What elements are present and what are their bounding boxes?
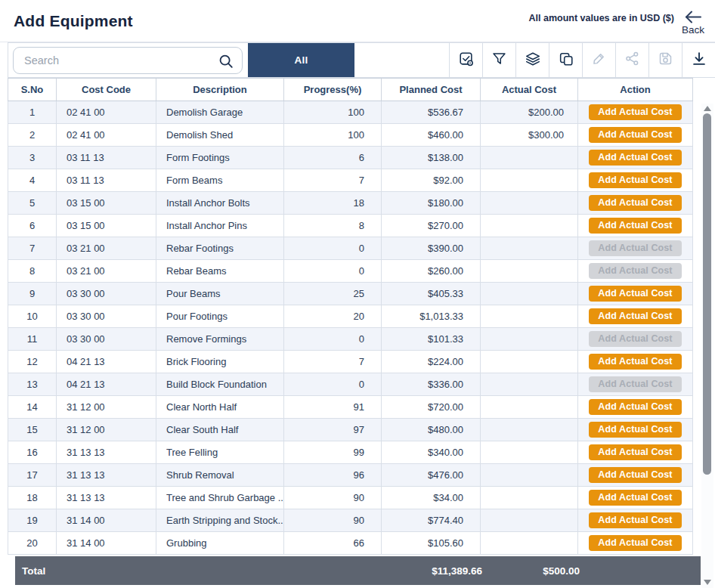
cell-planned-cost: $92.00	[382, 169, 481, 191]
table-row: 1431 12 00Clear North Half91$720.00Add A…	[8, 396, 693, 419]
cell-actual-cost: $300.00	[481, 124, 578, 146]
add-actual-cost-button[interactable]: Add Actual Cost	[589, 512, 681, 529]
table-row: 1531 12 00Clear South Half97$480.00Add A…	[8, 419, 693, 441]
cell-progress: 66	[284, 532, 382, 554]
add-actual-cost-button[interactable]: Add Actual Cost	[589, 490, 681, 506]
cell-planned-cost: $480.00	[382, 419, 481, 441]
cell-progress: 25	[284, 283, 382, 305]
add-actual-cost-button[interactable]: Add Actual Cost	[589, 308, 681, 325]
cell-description: Demolish Shed	[156, 124, 284, 146]
save-icon	[658, 51, 673, 70]
cell-progress: 0	[284, 260, 382, 282]
cell-planned-cost: $101.33	[382, 328, 481, 350]
cell-sno: 2	[8, 124, 57, 146]
cell-action: Add Actual Cost	[578, 169, 693, 191]
save-button	[648, 43, 682, 77]
table-row: 2031 14 00Grubbing66$105.60Add Actual Co…	[8, 532, 693, 555]
download-icon	[691, 51, 707, 70]
table-row: 703 21 00Rebar Footings0$390.00Add Actua…	[8, 237, 693, 260]
cell-actual-cost	[481, 169, 578, 191]
cell-planned-cost: $1,013.33	[382, 305, 481, 327]
arrow-left-icon	[684, 11, 702, 23]
add-actual-cost-button[interactable]: Add Actual Cost	[589, 354, 681, 370]
scrollbar-thumb[interactable]	[703, 113, 711, 475]
cell-sno: 1	[8, 101, 57, 123]
cell-planned-cost: $105.60	[382, 532, 481, 554]
cell-sno: 15	[8, 419, 57, 441]
cell-cost-code: 03 30 00	[57, 305, 156, 327]
cell-sno: 17	[8, 464, 57, 486]
table-row: 403 11 13Form Beams7$92.00Add Actual Cos…	[8, 169, 693, 192]
col-header-planned-cost: Planned Cost	[382, 79, 481, 101]
add-actual-cost-button[interactable]: Add Actual Cost	[589, 286, 681, 302]
cell-action: Add Actual Cost	[578, 396, 693, 418]
cell-progress: 96	[284, 464, 382, 486]
cell-planned-cost: $336.00	[382, 373, 481, 395]
table-row: 1731 13 13Shrub Removal96$476.00Add Actu…	[8, 464, 693, 487]
add-actual-cost-button[interactable]: Add Actual Cost	[589, 444, 681, 461]
cell-actual-cost	[481, 487, 578, 509]
toolbar-spacer	[354, 43, 449, 77]
cell-description: Form Footings	[156, 147, 284, 169]
add-actual-cost-button[interactable]: Add Actual Cost	[589, 195, 681, 212]
cell-actual-cost	[481, 464, 578, 486]
add-actual-cost-button[interactable]: Add Actual Cost	[589, 104, 681, 121]
cell-action: Add Actual Cost	[578, 124, 693, 146]
cell-action: Add Actual Cost	[578, 419, 693, 441]
cell-description: Tree Felling	[156, 441, 284, 463]
add-actual-cost-button[interactable]: Add Actual Cost	[589, 535, 681, 552]
cell-cost-code: 03 15 00	[57, 215, 156, 237]
share-button	[615, 43, 648, 77]
cell-cost-code: 03 11 13	[57, 147, 156, 169]
cell-description: Form Beams	[156, 169, 284, 191]
filter-button[interactable]	[482, 43, 515, 77]
cell-action: Add Actual Cost	[578, 441, 693, 463]
scroll-up-icon[interactable]	[704, 106, 711, 111]
add-actual-cost-button[interactable]: Add Actual Cost	[589, 150, 681, 166]
search-input[interactable]	[14, 48, 242, 73]
cell-progress: 91	[284, 396, 382, 418]
cell-cost-code: 03 11 13	[57, 169, 156, 191]
col-header-description: Description	[156, 79, 284, 101]
tab-all[interactable]: All	[248, 43, 354, 77]
add-actual-cost-button[interactable]: Add Actual Cost	[589, 399, 681, 416]
cell-planned-cost: $460.00	[382, 124, 481, 146]
select-check-button[interactable]	[449, 43, 482, 77]
scroll-down-icon[interactable]	[704, 580, 711, 585]
add-actual-cost-button[interactable]: Add Actual Cost	[589, 127, 681, 144]
cell-description: Rebar Beams	[156, 260, 284, 282]
copy-button[interactable]	[549, 43, 582, 77]
add-actual-cost-button[interactable]: Add Actual Cost	[589, 218, 681, 234]
cell-actual-cost	[481, 532, 578, 554]
cell-description: Tree and Shrub Garbage ...	[156, 487, 284, 509]
add-actual-cost-button[interactable]: Add Actual Cost	[589, 172, 681, 189]
select-check-icon	[458, 51, 475, 70]
add-actual-cost-button[interactable]: Add Actual Cost	[589, 422, 681, 438]
cell-cost-code: 02 41 00	[57, 101, 156, 123]
cell-sno: 4	[8, 169, 57, 191]
table-row: 303 11 13Form Footings6$138.00Add Actual…	[8, 147, 693, 169]
back-button[interactable]: Back	[682, 11, 704, 36]
cell-sno: 20	[8, 532, 57, 554]
add-actual-cost-button[interactable]: Add Actual Cost	[589, 467, 681, 484]
table-row: 1304 21 13Build Block Foundation0$336.00…	[8, 373, 693, 396]
cell-planned-cost: $340.00	[382, 441, 481, 463]
cell-progress: 20	[284, 305, 382, 327]
cell-actual-cost	[481, 419, 578, 441]
table-row: 1204 21 13Brick Flooring7$224.00Add Actu…	[8, 351, 693, 373]
cell-description: Grubbing	[156, 532, 284, 554]
cell-sno: 6	[8, 215, 57, 237]
cell-description: Clear North Half	[156, 396, 284, 418]
cell-action: Add Actual Cost	[578, 260, 693, 282]
add-actual-cost-button: Add Actual Cost	[589, 376, 681, 393]
search-icon[interactable]	[218, 53, 234, 73]
cell-action: Add Actual Cost	[578, 283, 693, 305]
cell-progress: 8	[284, 215, 382, 237]
cell-action: Add Actual Cost	[578, 192, 693, 214]
cell-planned-cost: $536.67	[382, 101, 481, 123]
download-button[interactable]	[682, 43, 715, 77]
cell-description: Rebar Footings	[156, 237, 284, 259]
vertical-scrollbar[interactable]	[701, 104, 713, 588]
cell-cost-code: 31 14 00	[57, 532, 156, 554]
layers-button[interactable]	[515, 43, 549, 77]
